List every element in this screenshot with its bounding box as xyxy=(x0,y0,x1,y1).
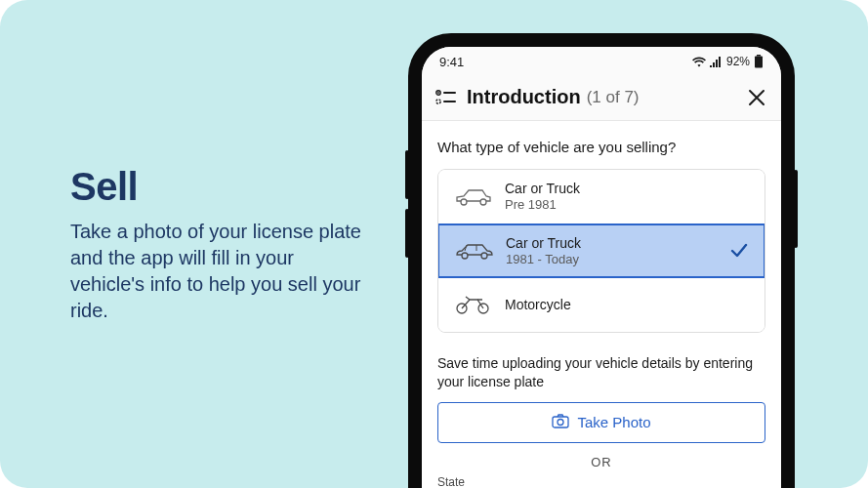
close-icon[interactable] xyxy=(748,89,765,106)
phone-side-button xyxy=(405,150,409,199)
screen-header: Introduction (1 of 7) xyxy=(422,76,781,121)
steps-icon[interactable] xyxy=(435,89,457,106)
svg-point-7 xyxy=(461,199,467,205)
promo-subtext: Take a photo of your license plate and t… xyxy=(70,219,363,324)
phone-mockup: 9:41 92% xyxy=(408,33,795,488)
take-photo-button[interactable]: Take Photo xyxy=(437,402,765,443)
svg-point-4 xyxy=(436,99,440,102)
battery-icon xyxy=(754,55,764,68)
svg-point-10 xyxy=(481,253,487,259)
svg-point-16 xyxy=(558,419,563,425)
promo-headline: Sell xyxy=(70,165,371,209)
motorcycle-icon xyxy=(452,293,497,316)
take-photo-label: Take Photo xyxy=(577,414,650,430)
screen-title: Introduction xyxy=(467,86,581,108)
vehicle-option-sub: 1981 - Today xyxy=(506,252,581,267)
svg-point-3 xyxy=(437,92,439,94)
battery-percent: 92% xyxy=(726,55,750,68)
status-bar: 9:41 92% xyxy=(422,47,781,76)
status-right: 92% xyxy=(692,55,764,68)
signal-icon xyxy=(710,57,723,67)
svg-point-8 xyxy=(480,199,486,205)
state-field-label: State xyxy=(437,475,765,488)
svg-rect-1 xyxy=(755,57,763,68)
car-classic-icon xyxy=(452,185,497,209)
vehicle-option-title: Car or Truck xyxy=(506,235,581,252)
phone-side-button xyxy=(405,209,409,258)
svg-rect-0 xyxy=(757,55,761,57)
or-separator: OR xyxy=(437,455,765,469)
vehicle-option-modern[interactable]: Car or Truck 1981 - Today xyxy=(437,224,765,278)
vehicle-type-group: Car or Truck Pre 1981 Car or Truck 1981 … xyxy=(437,169,765,333)
wifi-icon xyxy=(692,57,706,67)
phone-screen: 9:41 92% xyxy=(422,47,781,488)
status-time: 9:41 xyxy=(439,55,464,69)
car-modern-icon xyxy=(453,239,498,263)
vehicle-option-pre1981[interactable]: Car or Truck Pre 1981 xyxy=(438,170,765,224)
phone-body: 9:41 92% xyxy=(408,33,795,488)
svg-rect-15 xyxy=(553,417,568,427)
promo-card: Sell Take a photo of your license plate … xyxy=(0,0,868,488)
promo-text-column: Sell Take a photo of your license plate … xyxy=(0,165,381,324)
svg-point-9 xyxy=(462,253,468,259)
vehicle-option-motorcycle[interactable]: Motorcycle xyxy=(438,277,765,332)
phone-side-button xyxy=(794,170,798,248)
vehicle-type-question: What type of vehicle are you selling? xyxy=(437,139,765,155)
vehicle-option-title: Motorcycle xyxy=(505,297,571,313)
vehicle-option-sub: Pre 1981 xyxy=(505,197,580,213)
vehicle-option-title: Car or Truck xyxy=(505,181,580,197)
screen-step: (1 of 7) xyxy=(587,88,640,107)
check-icon xyxy=(728,240,750,262)
screen-content: What type of vehicle are you selling? Ca… xyxy=(422,121,781,488)
license-plate-tip: Save time uploading your vehicle details… xyxy=(437,354,765,389)
camera-icon xyxy=(552,414,569,431)
